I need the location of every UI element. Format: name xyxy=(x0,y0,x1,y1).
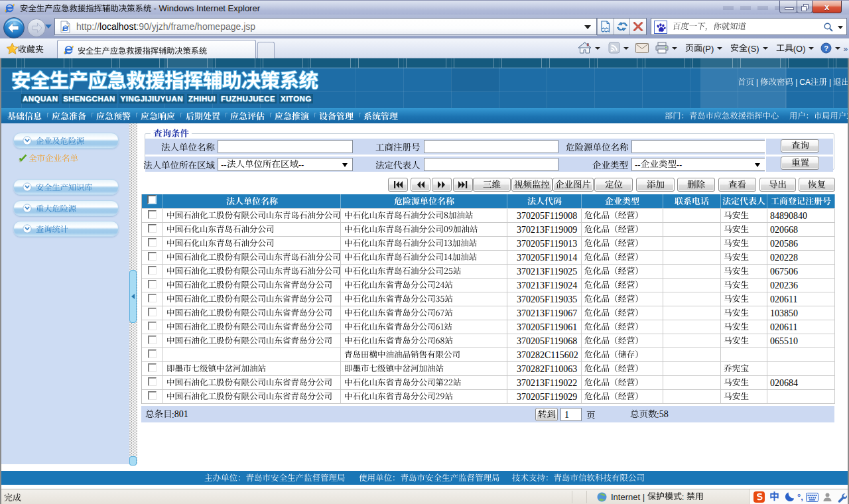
svg-text:?: ? xyxy=(824,44,829,52)
